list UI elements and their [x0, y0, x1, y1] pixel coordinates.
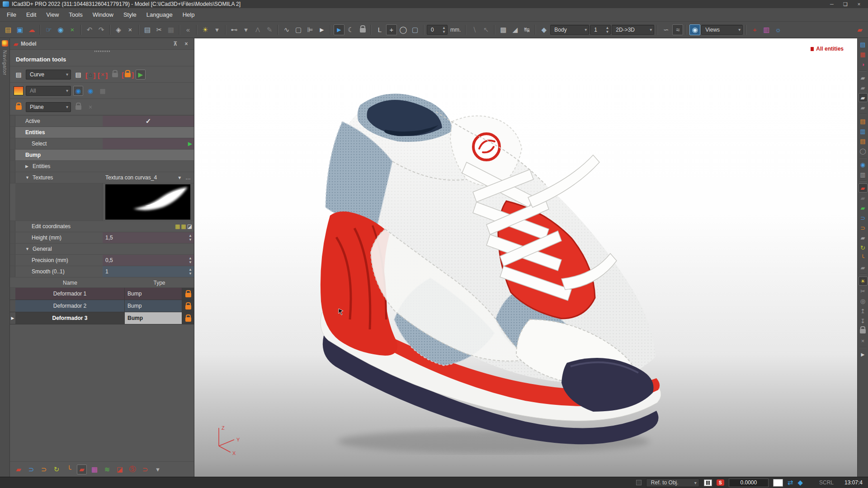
- table-row[interactable]: Deformador 1 Bump: [10, 288, 194, 300]
- shoe-red-icon[interactable]: ▰: [859, 183, 868, 192]
- color-swatch[interactable]: [14, 86, 24, 95]
- heel-curve-icon[interactable]: ╰: [64, 465, 74, 474]
- measure-arrow[interactable]: ▾: [241, 24, 251, 35]
- run-doc-icon[interactable]: ▶: [136, 70, 146, 80]
- shoe-dark-icon[interactable]: ▰: [859, 193, 868, 202]
- circle-arrow2-icon[interactable]: ↻: [859, 243, 868, 252]
- curve-compare-icon[interactable]: ×: [859, 336, 868, 345]
- texture-select[interactable]: Textura con curvas_4 ▾ …: [103, 172, 194, 183]
- bump-header[interactable]: Bump: [10, 150, 194, 161]
- shoe-style-icon[interactable]: S: [717, 479, 724, 486]
- shoe-search-icon[interactable]: ☼: [773, 24, 783, 35]
- break-tool-icon[interactable]: ×: [125, 24, 136, 35]
- layer-spin[interactable]: 1▲▼: [590, 25, 611, 35]
- more-tools-arrow[interactable]: ▾: [153, 465, 163, 474]
- magnet-orange-icon[interactable]: ⊃: [39, 465, 49, 474]
- texture-more-button[interactable]: …: [185, 174, 191, 181]
- ref-mode-select[interactable]: Ref. to Obj.▾: [646, 479, 699, 487]
- layer-add-icon[interactable]: ▤: [14, 70, 24, 80]
- show-up-icon[interactable]: ↥: [859, 306, 868, 315]
- precision-spinner[interactable]: ▲▼: [189, 256, 192, 264]
- cut-icon[interactable]: ✂: [154, 24, 165, 35]
- circle-tool-icon[interactable]: ◯: [398, 24, 409, 35]
- select-value[interactable]: ▶: [103, 138, 194, 149]
- import-model-icon[interactable]: ☁: [26, 24, 37, 35]
- camera-icon[interactable]: ◉: [689, 24, 700, 35]
- import-layer-icon[interactable]: ▤: [73, 70, 83, 80]
- pattern-view-icon[interactable]: ▦: [98, 86, 108, 96]
- magnet-grid-icon[interactable]: ⊃: [140, 465, 150, 474]
- close-button[interactable]: ×: [853, 0, 865, 8]
- snap-arrow-icon[interactable]: ↖: [481, 24, 491, 35]
- light-bulb-arrow[interactable]: ▾: [212, 24, 222, 35]
- coord-grid-icon-1[interactable]: ▦: [175, 223, 180, 230]
- smooth-spinner[interactable]: ▲▼: [189, 267, 192, 276]
- style-s-icon[interactable]: Ⓢ: [127, 465, 137, 474]
- folder-lock-icon[interactable]: ▤: [859, 117, 868, 126]
- measure-distance-icon[interactable]: ⊷: [229, 24, 240, 35]
- all-select[interactable]: All▾: [26, 86, 71, 96]
- texture-grid-icon[interactable]: ▦: [90, 465, 99, 474]
- unlock-icon[interactable]: [182, 300, 194, 312]
- expand-arrow-icon[interactable]: ▶: [25, 164, 30, 169]
- height-spinner[interactable]: ▲▼: [189, 234, 192, 242]
- textures-row[interactable]: ▼ Textures Textura con curvas_4 ▾ …: [10, 172, 194, 183]
- magnet-blue-icon[interactable]: ⊃: [26, 465, 36, 474]
- pin-icon[interactable]: ⊼: [171, 41, 179, 47]
- shoe-mask-icon[interactable]: ◪: [115, 465, 125, 474]
- offset-value[interactable]: 0▲▼: [427, 25, 448, 35]
- plane-fit-icon[interactable]: ×: [85, 102, 95, 112]
- entities-header[interactable]: Entities: [10, 127, 194, 138]
- all-entities-badge[interactable]: All entities: [811, 46, 844, 52]
- pan-hand-icon[interactable]: ☞: [43, 24, 54, 35]
- grid-code-icon[interactable]: [704, 479, 712, 486]
- pen-icon[interactable]: ✎: [264, 24, 275, 35]
- curve-select[interactable]: Curve▾: [26, 70, 71, 80]
- swap-icon[interactable]: ↹: [521, 24, 532, 35]
- wave-icon[interactable]: ∽: [660, 24, 671, 35]
- lock-view-icon[interactable]: [859, 326, 868, 335]
- folder-lock2-icon[interactable]: ▤: [859, 136, 868, 145]
- menu-style[interactable]: Style: [118, 9, 142, 20]
- last-tool-icon[interactable]: ◆: [797, 479, 803, 487]
- general-row[interactable]: ▼ General: [10, 244, 194, 255]
- sync-icon[interactable]: ⇄: [788, 479, 793, 487]
- spline-icon[interactable]: ∿: [281, 24, 292, 35]
- sole-flat-icon[interactable]: ▰: [859, 73, 868, 82]
- plane-lock-icon[interactable]: [73, 102, 83, 112]
- show-all-icon[interactable]: ◉: [73, 86, 83, 96]
- general-collapse-icon[interactable]: ▼: [25, 247, 30, 251]
- lock-free-icon[interactable]: [110, 70, 120, 80]
- shoe-list-icon[interactable]: ▰: [14, 465, 24, 474]
- halftone-icon[interactable]: ▩: [498, 24, 509, 35]
- scenes-icon[interactable]: ▤: [859, 40, 868, 49]
- show-down-icon[interactable]: ↧: [859, 316, 868, 325]
- shoe-model[interactable]: [317, 66, 661, 455]
- status-checkbox[interactable]: [636, 480, 642, 485]
- viewport-3d[interactable]: All entities: [194, 38, 857, 477]
- slope-icon[interactable]: ◢: [509, 24, 520, 35]
- snapshot-icon[interactable]: ◉: [859, 160, 868, 169]
- coord-grid-icon-2[interactable]: ▦: [181, 223, 186, 230]
- smooth-input[interactable]: 1 ▲▼: [103, 266, 194, 277]
- sole-texture-icon[interactable]: ▰: [859, 93, 868, 102]
- shoe-green-icon[interactable]: ▰: [859, 203, 868, 212]
- background-color-swatch[interactable]: [773, 479, 783, 487]
- curve-pen-icon[interactable]: ∖: [469, 24, 480, 35]
- magnet-blue2-icon[interactable]: ⊃: [859, 213, 868, 222]
- bump-entities-row[interactable]: ▶ Entities: [10, 161, 194, 172]
- unlock-icon[interactable]: [182, 288, 194, 300]
- texture-preview[interactable]: [105, 184, 190, 220]
- maximize-button[interactable]: ❏: [839, 0, 852, 8]
- add-columns-icon[interactable]: ▥: [761, 24, 772, 35]
- sole-gray-icon[interactable]: ▰: [859, 233, 868, 242]
- crescent-icon[interactable]: ☾: [345, 24, 356, 35]
- ruler-icon[interactable]: ⊫: [305, 24, 316, 35]
- type-column-header[interactable]: Type: [125, 280, 194, 286]
- pick-arrow-icon[interactable]: ►: [316, 24, 327, 35]
- menu-view[interactable]: View: [41, 9, 64, 20]
- divider-icon[interactable]: Λ: [252, 24, 263, 35]
- name-column-header[interactable]: Name: [15, 280, 125, 286]
- model-doc-icon[interactable]: ▰: [854, 24, 865, 35]
- magnet-orange2-icon[interactable]: ⊃: [859, 223, 868, 232]
